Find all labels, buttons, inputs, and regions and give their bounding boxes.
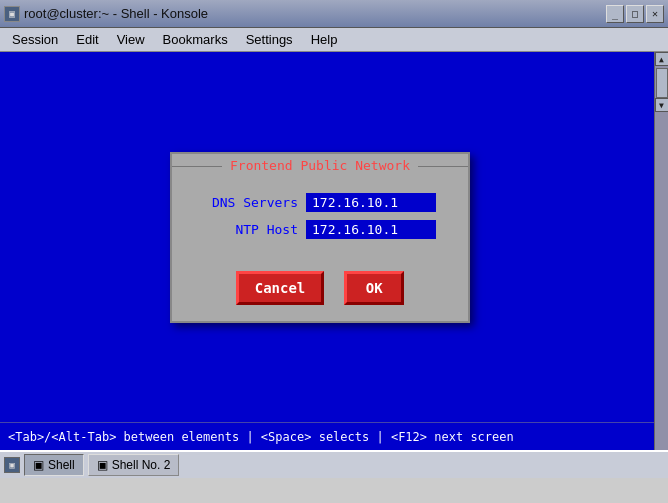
- taskbar-shell-label: Shell: [48, 458, 75, 472]
- taskbar-shell2-button[interactable]: ▣ Shell No. 2: [88, 454, 180, 476]
- scroll-up-button[interactable]: ▲: [655, 52, 669, 66]
- app-icon: ▣: [4, 6, 20, 22]
- close-button[interactable]: ✕: [646, 5, 664, 23]
- taskbar-shell-button[interactable]: ▣ Shell: [24, 454, 84, 476]
- dialog-body: DNS Servers 172.16.10.1 NTP Host 172.16.…: [172, 177, 468, 263]
- taskbar-shell-icon: ▣: [33, 458, 44, 472]
- menu-session[interactable]: Session: [4, 30, 66, 49]
- taskbar: ▣ ▣ Shell ▣ Shell No. 2: [0, 450, 668, 478]
- scroll-thumb[interactable]: [656, 68, 668, 98]
- status-text: <Tab>/<Alt-Tab> between elements | <Spac…: [8, 430, 514, 444]
- ntp-host-value[interactable]: 172.16.10.1: [306, 220, 436, 239]
- dns-servers-value[interactable]: 172.16.10.1: [306, 193, 436, 212]
- menu-view[interactable]: View: [109, 30, 153, 49]
- menu-bookmarks[interactable]: Bookmarks: [155, 30, 236, 49]
- title-bar-buttons: _ □ ✕: [606, 5, 664, 23]
- cancel-button[interactable]: Cancel: [236, 271, 325, 305]
- window-title: root@cluster:~ - Shell - Konsole: [24, 6, 208, 21]
- menu-help[interactable]: Help: [303, 30, 346, 49]
- dialog-title: Frontend Public Network: [222, 158, 418, 173]
- scrollbar[interactable]: ▲ ▼: [654, 52, 668, 450]
- terminal-area: ▲ ▼ Frontend Public Network DNS Servers …: [0, 52, 668, 450]
- scroll-down-button[interactable]: ▼: [655, 98, 669, 112]
- frontend-network-dialog: Frontend Public Network DNS Servers 172.…: [170, 152, 470, 323]
- maximize-button[interactable]: □: [626, 5, 644, 23]
- dns-servers-row: DNS Servers 172.16.10.1: [188, 193, 452, 212]
- dialog-buttons: Cancel OK: [172, 263, 468, 321]
- dns-servers-label: DNS Servers: [188, 195, 298, 210]
- taskbar-app-icon: ▣: [4, 457, 20, 473]
- minimize-button[interactable]: _: [606, 5, 624, 23]
- menu-settings[interactable]: Settings: [238, 30, 301, 49]
- menu-edit[interactable]: Edit: [68, 30, 106, 49]
- taskbar-shell2-icon: ▣: [97, 458, 108, 472]
- title-bar-left: ▣ root@cluster:~ - Shell - Konsole: [4, 6, 208, 22]
- ntp-host-row: NTP Host 172.16.10.1: [188, 220, 452, 239]
- ok-button[interactable]: OK: [344, 271, 404, 305]
- dialog-title-bar: Frontend Public Network: [172, 154, 468, 177]
- status-bar: <Tab>/<Alt-Tab> between elements | <Spac…: [0, 422, 654, 450]
- title-bar: ▣ root@cluster:~ - Shell - Konsole _ □ ✕: [0, 0, 668, 28]
- menu-bar: Session Edit View Bookmarks Settings Hel…: [0, 28, 668, 52]
- ntp-host-label: NTP Host: [188, 222, 298, 237]
- taskbar-shell2-label: Shell No. 2: [112, 458, 171, 472]
